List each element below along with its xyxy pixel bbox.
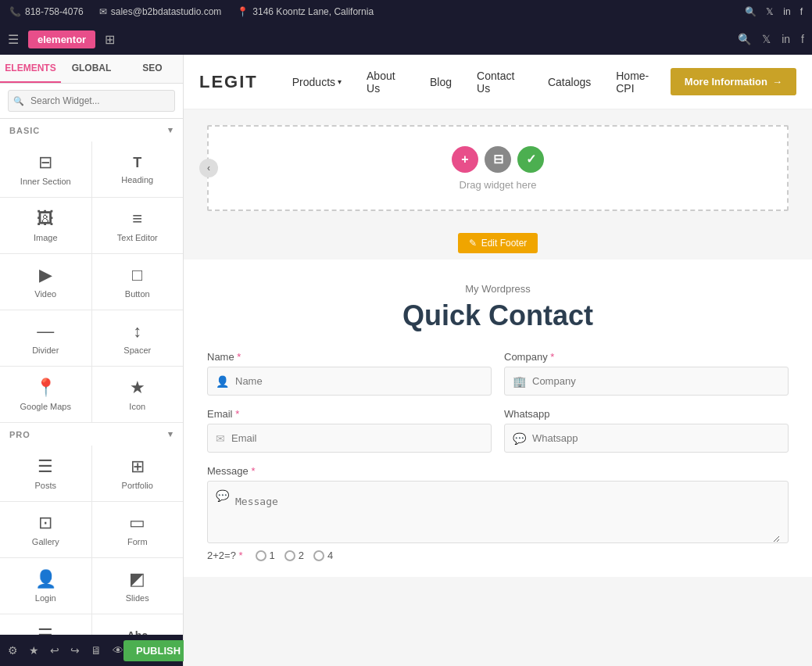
edit-pencil-icon: ✎ <box>469 238 477 249</box>
tab-elements[interactable]: ELEMENTS <box>0 55 61 83</box>
tab-global[interactable]: GLOBAL <box>61 55 122 83</box>
menu-label-products: Products <box>292 76 335 88</box>
widget-spacer[interactable]: ↕ Spacer <box>92 310 184 366</box>
video-label: Video <box>34 289 56 299</box>
search-bar <box>0 84 183 119</box>
section-basic[interactable]: BASIC ▾ <box>0 119 183 141</box>
widget-posts[interactable]: ☰ Posts <box>0 446 91 501</box>
drag-controls: + ⊟ ✓ <box>452 146 544 173</box>
widget-google-maps[interactable]: 📍 Google Maps <box>0 367 91 422</box>
menu-item-about[interactable]: About Us <box>356 63 416 101</box>
google-maps-icon: 📍 <box>35 378 56 398</box>
edit-section-button[interactable]: ⊟ <box>485 146 511 173</box>
spacer-icon: ↕ <box>133 321 141 342</box>
email-input[interactable] <box>231 424 483 452</box>
login-label: Login <box>35 593 56 603</box>
menu-item-contact[interactable]: Contact Us <box>466 63 534 101</box>
right-content: LEGIT Products ▾ About Us Blog Contact U… <box>184 55 812 666</box>
widget-login[interactable]: 👤 Login <box>0 558 91 614</box>
whatsapp-label: Whatsapp <box>504 408 789 420</box>
menu-label-blog: Blog <box>430 76 452 88</box>
site-menu: Products ▾ About Us Blog Contact Us Cata… <box>281 63 671 101</box>
twitter-header-icon[interactable]: 𝕏 <box>762 33 771 45</box>
menu-item-home-cpi[interactable]: Home-CPI <box>605 63 671 101</box>
search-icon[interactable]: 🔍 <box>745 6 757 17</box>
widget-portfolio[interactable]: ⊞ Portfolio <box>92 446 184 501</box>
name-label: Name * <box>207 351 492 363</box>
image-icon: 🖼 <box>37 209 54 229</box>
menu-item-catalogs[interactable]: Catalogs <box>537 70 602 95</box>
form-label: Form <box>127 537 148 546</box>
section-pro-label: PRO <box>9 430 30 439</box>
undo-icon[interactable]: ↩ <box>50 644 59 657</box>
captcha-option-1[interactable]: 1 <box>256 550 275 561</box>
facebook-header-icon[interactable]: f <box>801 33 804 45</box>
widget-gallery[interactable]: ⊡ Gallery <box>0 502 91 557</box>
elementor-logo-text: elementor <box>38 34 86 45</box>
contact-section: My Wordpress Quick Contact Name * 👤 <box>184 260 812 577</box>
message-textarea[interactable] <box>235 488 780 542</box>
captcha-label: 2+2=? * <box>207 550 243 561</box>
slides-label: Slides <box>126 593 149 603</box>
linkedin-icon[interactable]: in <box>783 6 790 17</box>
message-field: Message * 💬 <box>207 465 789 543</box>
email-required: * <box>235 408 239 420</box>
widget-button[interactable]: □ Button <box>92 254 184 310</box>
menu-item-blog[interactable]: Blog <box>419 70 463 95</box>
widget-nav-menu[interactable]: ☰ Nav Menu <box>0 614 91 635</box>
radio-2[interactable] <box>284 550 295 561</box>
widget-text-editor[interactable]: ≡ Text Editor <box>92 198 184 253</box>
radio-1[interactable] <box>256 550 266 561</box>
drag-text: Drag widget here <box>460 179 537 191</box>
search-header-icon[interactable]: 🔍 <box>738 33 751 45</box>
edit-footer-button[interactable]: ✎ Edit Footer <box>458 233 538 253</box>
whatsapp-input[interactable] <box>532 424 780 452</box>
button-icon: □ <box>132 265 142 285</box>
confirm-button[interactable]: ✓ <box>517 146 544 173</box>
email-icon: ✉ <box>99 6 107 17</box>
radio-4[interactable] <box>313 550 324 561</box>
twitter-icon[interactable]: 𝕏 <box>766 6 774 17</box>
main-layout: ELEMENTS GLOBAL SEO BASIC ▾ ⊟ Inner Sect… <box>0 55 812 666</box>
widget-video[interactable]: ▶ Video <box>0 254 91 310</box>
widget-animated-headline[interactable]: Abc Animated Headline <box>92 614 184 635</box>
tab-seo[interactable]: SEO <box>122 55 183 83</box>
widget-slides[interactable]: ◩ Slides <box>92 558 184 614</box>
widget-inner-section[interactable]: ⊟ Inner Section <box>0 141 91 197</box>
captcha-option-2[interactable]: 2 <box>284 550 304 561</box>
desktop-icon[interactable]: 🖥 <box>91 644 102 657</box>
widget-heading[interactable]: T Heading <box>92 141 184 197</box>
icon-label: Icon <box>129 402 145 411</box>
message-label: Message * <box>207 465 789 477</box>
hamburger-icon[interactable]: ☰ <box>8 32 19 47</box>
widget-icon[interactable]: ★ Icon <box>92 367 184 422</box>
grid-icon[interactable]: ⊞ <box>105 32 115 47</box>
redo-icon[interactable]: ↪ <box>70 644 80 657</box>
widget-divider[interactable]: — Divider <box>0 310 91 366</box>
google-maps-label: Google Maps <box>20 402 71 411</box>
section-pro-toggle: ▾ <box>168 429 173 439</box>
eye-icon[interactable]: 👁 <box>113 644 123 657</box>
section-pro[interactable]: PRO ▾ <box>0 423 183 446</box>
heading-label: Heading <box>121 175 153 184</box>
panel-collapse-toggle[interactable]: ‹ <box>199 159 218 177</box>
company-input[interactable] <box>532 367 780 395</box>
captcha-option-4[interactable]: 4 <box>313 550 333 561</box>
star-icon[interactable]: ★ <box>29 644 39 657</box>
menu-item-products[interactable]: Products ▾ <box>281 70 352 95</box>
publish-button[interactable]: PUBLISH <box>123 640 193 661</box>
linkedin-header-icon[interactable]: in <box>782 33 790 45</box>
facebook-icon[interactable]: f <box>800 6 803 17</box>
more-info-button[interactable]: More Information → <box>671 68 796 95</box>
left-panel: ELEMENTS GLOBAL SEO BASIC ▾ ⊟ Inner Sect… <box>0 55 184 666</box>
spacer-label: Spacer <box>123 346 151 355</box>
panel-tabs: ELEMENTS GLOBAL SEO <box>0 55 183 84</box>
basic-widgets-grid: ⊟ Inner Section T Heading 🖼 Image ≡ Text… <box>0 141 183 423</box>
text-editor-label: Text Editor <box>117 233 158 242</box>
settings-icon[interactable]: ⚙ <box>8 644 18 657</box>
name-input[interactable] <box>235 367 483 395</box>
widget-image[interactable]: 🖼 Image <box>0 198 91 253</box>
search-input[interactable] <box>8 90 175 112</box>
add-widget-button[interactable]: + <box>452 146 478 173</box>
widget-form[interactable]: ▭ Form <box>92 502 184 557</box>
